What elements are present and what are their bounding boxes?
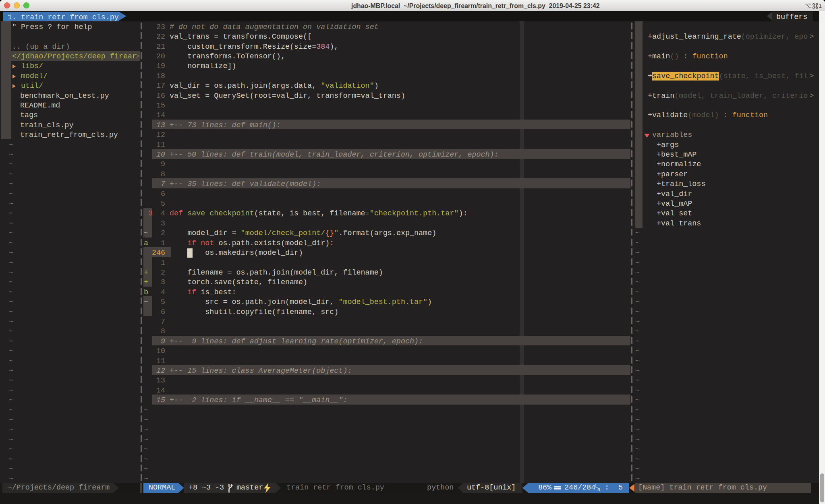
svg-text:1: 1 bbox=[819, 3, 822, 9]
